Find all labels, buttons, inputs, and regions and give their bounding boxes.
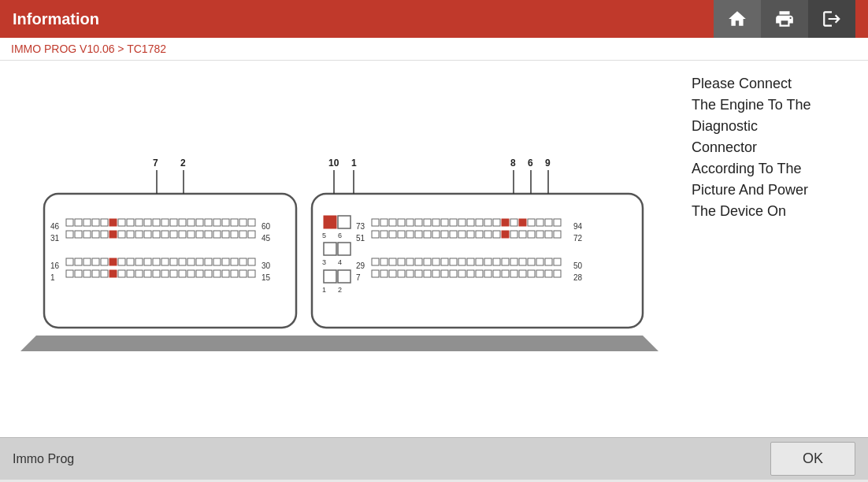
instruction-line4: Connector (692, 139, 757, 155)
svg-text:8: 8 (510, 158, 516, 169)
svg-rect-2 (312, 194, 643, 328)
svg-text:6: 6 (338, 232, 342, 239)
header-icons (714, 0, 855, 38)
main-content: 46 (0, 61, 868, 437)
svg-text:1: 1 (322, 286, 326, 294)
svg-text:72: 72 (573, 234, 583, 243)
svg-text:2: 2 (338, 286, 342, 294)
svg-rect-133 (519, 219, 526, 226)
svg-text:28: 28 (573, 273, 583, 282)
instruction-line1: Please Connect (692, 76, 792, 91)
home-icon (727, 9, 747, 29)
svg-text:7: 7 (356, 273, 361, 282)
instruction-area: Please Connect The Engine To The Diagnos… (679, 61, 868, 437)
exit-icon (822, 9, 842, 29)
print-icon (774, 9, 795, 29)
svg-rect-155 (502, 231, 509, 238)
svg-text:60: 60 (262, 222, 271, 231)
svg-text:51: 51 (356, 234, 365, 243)
svg-rect-33 (109, 231, 117, 238)
breadcrumb: IMMO PROG V10.06 > TC1782 (0, 38, 868, 61)
svg-text:5: 5 (322, 232, 326, 239)
instruction-line7: The Device On (692, 203, 786, 219)
svg-text:31: 31 (50, 234, 60, 243)
svg-rect-103 (324, 216, 336, 228)
connector-svg: 46 (13, 146, 666, 351)
svg-text:2: 2 (180, 158, 186, 169)
svg-text:10: 10 (328, 158, 339, 169)
svg-text:15: 15 (262, 273, 271, 282)
svg-text:29: 29 (356, 261, 365, 270)
svg-rect-9 (109, 219, 117, 226)
print-button[interactable] (761, 0, 808, 38)
bottom-label: Immo Prog (13, 452, 74, 466)
svg-marker-0 (20, 336, 658, 351)
instruction-line5: According To The (692, 161, 801, 176)
breadcrumb-text: IMMO PROG V10.06 > TC1782 (11, 43, 166, 55)
instruction-text: Please Connect The Engine To The Diagnos… (692, 73, 811, 222)
svg-text:50: 50 (573, 261, 583, 270)
svg-text:73: 73 (356, 222, 365, 231)
svg-text:30: 30 (262, 261, 271, 270)
instruction-line3: Diagnostic (692, 118, 758, 134)
home-button[interactable] (714, 0, 761, 38)
connector-container: 46 (13, 146, 666, 351)
instruction-line2: The Engine To The (692, 97, 811, 113)
svg-rect-57 (109, 258, 117, 265)
instruction-line6: Picture And Power (692, 182, 808, 198)
svg-text:4: 4 (338, 258, 342, 266)
exit-button[interactable] (808, 0, 855, 38)
header: Information (0, 0, 868, 38)
svg-text:1: 1 (351, 158, 357, 169)
svg-rect-81 (109, 270, 117, 277)
svg-text:3: 3 (322, 258, 326, 266)
header-title: Information (13, 10, 714, 28)
svg-text:7: 7 (153, 158, 158, 169)
svg-text:94: 94 (573, 222, 583, 231)
ok-button[interactable]: OK (770, 442, 855, 476)
bottom-bar: Immo Prog OK (0, 437, 868, 480)
svg-text:6: 6 (528, 158, 533, 169)
svg-text:9: 9 (545, 158, 551, 169)
svg-text:46: 46 (50, 222, 60, 231)
svg-text:16: 16 (50, 261, 60, 270)
diagram-area: 46 (0, 61, 679, 437)
svg-text:45: 45 (262, 234, 271, 243)
svg-text:1: 1 (50, 273, 55, 282)
svg-rect-131 (502, 219, 509, 226)
